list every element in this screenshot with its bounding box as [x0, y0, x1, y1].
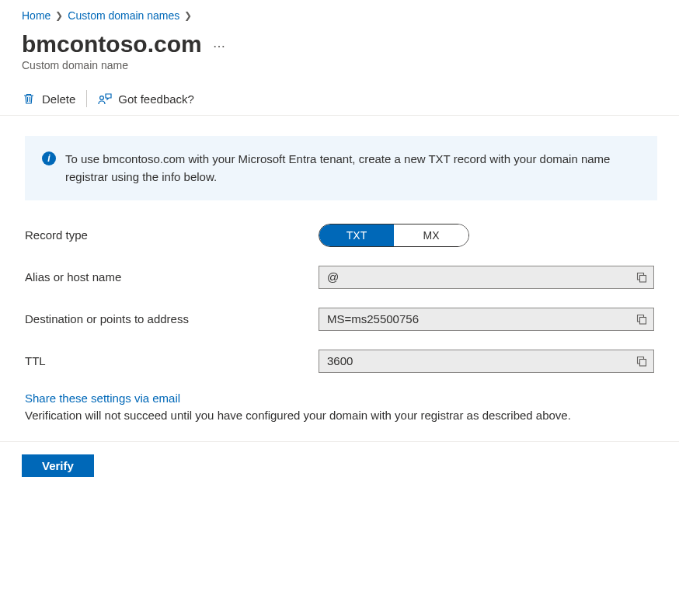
row-record-type: Record type TXT MX [25, 224, 654, 247]
copy-destination-button[interactable] [630, 314, 653, 325]
svg-rect-3 [640, 359, 646, 366]
destination-value: MS=ms25500756 [319, 312, 630, 325]
ttl-label: TTL [25, 354, 319, 367]
command-bar: Delete Got feedback? [0, 76, 679, 116]
alias-label: Alias or host name [25, 270, 319, 284]
chevron-right-icon: ❯ [55, 10, 63, 21]
ttl-value: 3600 [319, 354, 630, 367]
page-subtitle: Custom domain name [22, 59, 657, 71]
copy-icon [636, 272, 647, 283]
info-banner: i To use bmcontoso.com with your Microso… [25, 136, 657, 200]
breadcrumb-home[interactable]: Home [22, 9, 50, 22]
record-type-toggle: TXT MX [319, 224, 469, 247]
row-destination: Destination or points to address MS=ms25… [25, 308, 654, 331]
copy-ttl-button[interactable] [630, 356, 653, 367]
share-email-link[interactable]: Share these settings via email [25, 392, 180, 405]
feedback-label: Got feedback? [118, 92, 194, 106]
svg-point-0 [100, 96, 104, 100]
footer: Verify [0, 441, 679, 496]
info-text: To use bmcontoso.com with your Microsoft… [65, 150, 640, 186]
destination-field: MS=ms25500756 [319, 308, 654, 331]
delete-label: Delete [42, 92, 75, 106]
breadcrumb-custom-domains[interactable]: Custom domain names [68, 9, 179, 22]
alias-value: @ [319, 270, 630, 284]
record-type-label: Record type [25, 228, 319, 242]
feedback-button[interactable]: Got feedback? [98, 92, 194, 106]
ttl-field: 3600 [319, 350, 654, 373]
segment-txt[interactable]: TXT [319, 224, 394, 246]
segment-mx[interactable]: MX [394, 224, 468, 246]
svg-rect-2 [640, 317, 646, 324]
copy-icon [636, 314, 647, 325]
verification-helper-text: Verification will not succeed until you … [25, 406, 654, 424]
content: i To use bmcontoso.com with your Microso… [0, 116, 679, 496]
copy-alias-button[interactable] [630, 272, 653, 283]
person-feedback-icon [98, 92, 112, 106]
divider [86, 90, 87, 107]
row-ttl: TTL 3600 [25, 350, 654, 373]
trash-icon [22, 92, 36, 106]
page-title: bmcontoso.com [22, 31, 202, 57]
svg-rect-1 [640, 275, 646, 282]
page-header: bmcontoso.com ⋯ Custom domain name [0, 31, 679, 76]
info-icon: i [42, 151, 56, 165]
delete-button[interactable]: Delete [22, 92, 75, 106]
alias-field: @ [319, 266, 654, 289]
destination-label: Destination or points to address [25, 312, 319, 325]
breadcrumb: Home ❯ Custom domain names ❯ [0, 0, 679, 26]
more-icon[interactable]: ⋯ [213, 40, 225, 54]
share-section: Share these settings via email Verificat… [25, 392, 654, 424]
chevron-right-icon: ❯ [184, 10, 192, 21]
verify-button[interactable]: Verify [22, 454, 94, 477]
row-alias: Alias or host name @ [25, 266, 654, 289]
form: Record type TXT MX Alias or host name @ [0, 200, 679, 432]
copy-icon [636, 356, 647, 367]
